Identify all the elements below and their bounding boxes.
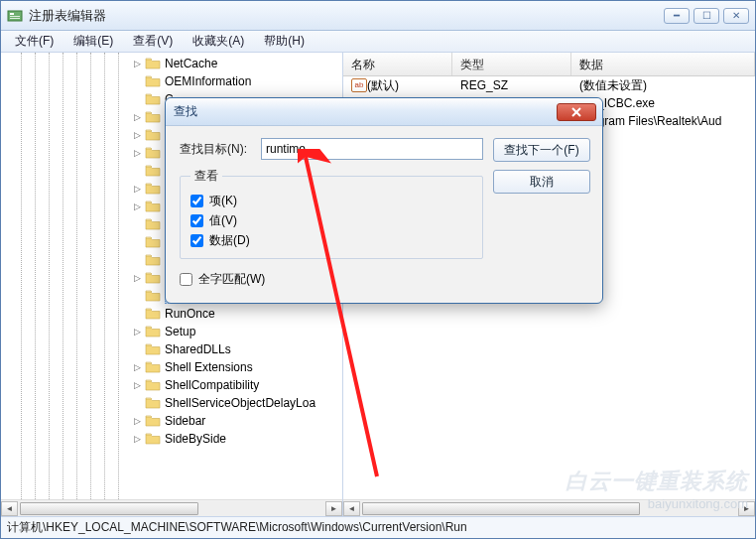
- dialog-right: 查找下一个(F) 取消: [493, 138, 590, 289]
- status-path: 计算机\HKEY_LOCAL_MACHINE\SOFTWARE\Microsof…: [7, 519, 467, 536]
- expand-icon[interactable]: [132, 309, 143, 320]
- tree-node-label: Shell Extensions: [165, 360, 253, 374]
- chk-keys-box[interactable]: [190, 195, 203, 207]
- folder-icon: [145, 307, 161, 321]
- chk-whole-word-box[interactable]: [180, 273, 192, 286]
- expand-icon[interactable]: ▷: [132, 148, 143, 159]
- find-dialog[interactable]: 查找 查找目标(N): 查看 项(K) 值(V) 数据(D) 全字匹配(W) 查…: [165, 97, 603, 304]
- menu-edit[interactable]: 编辑(E): [65, 31, 121, 52]
- scroll-left-button[interactable]: ◄: [343, 501, 360, 516]
- folder-icon: [145, 217, 161, 231]
- col-name[interactable]: 名称: [343, 53, 452, 75]
- app-icon: [7, 8, 23, 24]
- expand-icon[interactable]: [132, 219, 143, 230]
- statusbar: 计算机\HKEY_LOCAL_MACHINE\SOFTWARE\Microsof…: [1, 516, 755, 538]
- chk-values[interactable]: 值(V): [190, 210, 472, 230]
- cell-data: (数值未设置): [571, 77, 755, 94]
- close-button[interactable]: ✕: [723, 8, 749, 24]
- expand-icon[interactable]: [132, 76, 143, 87]
- tree-node[interactable]: ShellServiceObjectDelayLoa: [3, 394, 342, 412]
- find-next-button[interactable]: 查找下一个(F): [493, 138, 590, 162]
- tree-node-label: Setup: [165, 325, 195, 338]
- tree-node[interactable]: ▷Setup: [3, 323, 342, 340]
- chk-whole-word[interactable]: 全字匹配(W): [180, 269, 483, 289]
- svg-rect-2: [10, 16, 20, 17]
- folder-icon: [145, 146, 161, 160]
- col-type[interactable]: 类型: [452, 53, 571, 75]
- dialog-body: 查找目标(N): 查看 项(K) 值(V) 数据(D) 全字匹配(W) 查找下一…: [166, 126, 602, 303]
- menubar: 文件(F) 编辑(E) 查看(V) 收藏夹(A) 帮助(H): [1, 31, 755, 53]
- chk-keys[interactable]: 项(K): [190, 191, 472, 210]
- expand-icon[interactable]: [132, 255, 143, 266]
- find-target-input[interactable]: [261, 138, 483, 160]
- scroll-thumb[interactable]: [362, 502, 640, 515]
- scroll-right-button[interactable]: ►: [325, 501, 342, 516]
- tree-node[interactable]: OEMInformation: [3, 72, 342, 90]
- expand-icon[interactable]: [132, 344, 143, 355]
- scroll-thumb[interactable]: [20, 502, 198, 515]
- folder-icon: [145, 200, 161, 213]
- chk-data-box[interactable]: [190, 234, 203, 247]
- expand-icon[interactable]: [132, 291, 143, 302]
- tree-node-label: OEMInformation: [165, 74, 251, 88]
- chk-values-box[interactable]: [190, 214, 203, 227]
- expand-icon[interactable]: ▷: [132, 184, 143, 195]
- look-at-legend: 查看: [190, 168, 222, 185]
- folder-icon: [145, 414, 161, 428]
- dialog-title: 查找: [172, 103, 557, 120]
- folder-icon: [145, 289, 161, 303]
- expand-icon[interactable]: ▷: [132, 202, 143, 212]
- folder-icon: [145, 182, 161, 196]
- expand-icon[interactable]: [132, 237, 143, 248]
- scroll-track[interactable]: [360, 501, 738, 516]
- find-target-label: 查找目标(N):: [180, 141, 261, 158]
- tree-node[interactable]: ▷ShellCompatibility: [3, 376, 342, 394]
- tree-node[interactable]: ▷Sidebar: [3, 412, 342, 430]
- minimize-button[interactable]: ━: [664, 8, 690, 24]
- expand-icon[interactable]: ▷: [132, 130, 143, 141]
- folder-icon: [145, 164, 161, 178]
- expand-icon[interactable]: ▷: [132, 112, 143, 123]
- maximize-button[interactable]: ☐: [693, 8, 719, 24]
- svg-rect-1: [10, 13, 14, 15]
- expand-icon[interactable]: ▷: [132, 434, 143, 445]
- list-hscrollbar[interactable]: ◄ ►: [343, 499, 755, 516]
- expand-icon[interactable]: ▷: [132, 416, 143, 427]
- scroll-track[interactable]: [18, 501, 325, 516]
- tree-node[interactable]: ▷NetCache: [3, 55, 342, 72]
- list-row[interactable]: ab(默认)REG_SZ(数值未设置): [343, 76, 755, 94]
- cancel-button[interactable]: 取消: [493, 170, 590, 194]
- tree-node[interactable]: SharedDLLs: [3, 340, 342, 358]
- expand-icon[interactable]: [132, 94, 143, 105]
- tree-node[interactable]: RunOnce: [3, 305, 342, 323]
- expand-icon[interactable]: ▷: [132, 362, 143, 373]
- scroll-right-button[interactable]: ►: [738, 501, 755, 516]
- tree-node[interactable]: ▷Shell Extensions: [3, 358, 342, 376]
- scroll-left-button[interactable]: ◄: [1, 501, 18, 516]
- folder-icon: [145, 378, 161, 392]
- tree-hscrollbar[interactable]: ◄ ►: [1, 499, 342, 516]
- menu-view[interactable]: 查看(V): [125, 31, 181, 52]
- expand-icon[interactable]: [132, 398, 143, 409]
- list-header: 名称 类型 数据: [343, 53, 755, 76]
- menu-file[interactable]: 文件(F): [7, 31, 62, 52]
- menu-favorites[interactable]: 收藏夹(A): [185, 31, 252, 52]
- expand-icon[interactable]: ▷: [132, 327, 143, 337]
- folder-icon: [145, 235, 161, 249]
- folder-icon: [145, 342, 161, 356]
- dialog-titlebar[interactable]: 查找: [166, 98, 602, 126]
- find-target-row: 查找目标(N):: [180, 138, 483, 160]
- menu-help[interactable]: 帮助(H): [256, 31, 313, 52]
- tree-node[interactable]: ▷SideBySide: [3, 430, 342, 448]
- chk-data[interactable]: 数据(D): [190, 230, 472, 250]
- expand-icon[interactable]: ▷: [132, 273, 143, 284]
- titlebar[interactable]: 注册表编辑器 ━ ☐ ✕: [1, 1, 755, 31]
- cell-name: ab(默认): [343, 77, 452, 94]
- dialog-close-button[interactable]: [557, 103, 596, 121]
- col-data[interactable]: 数据: [571, 53, 755, 75]
- tree-node-label: ShellCompatibility: [165, 378, 259, 392]
- expand-icon[interactable]: [132, 166, 143, 177]
- expand-icon[interactable]: ▷: [132, 59, 143, 69]
- expand-icon[interactable]: ▷: [132, 380, 143, 391]
- tree-node-label: SharedDLLs: [165, 342, 231, 356]
